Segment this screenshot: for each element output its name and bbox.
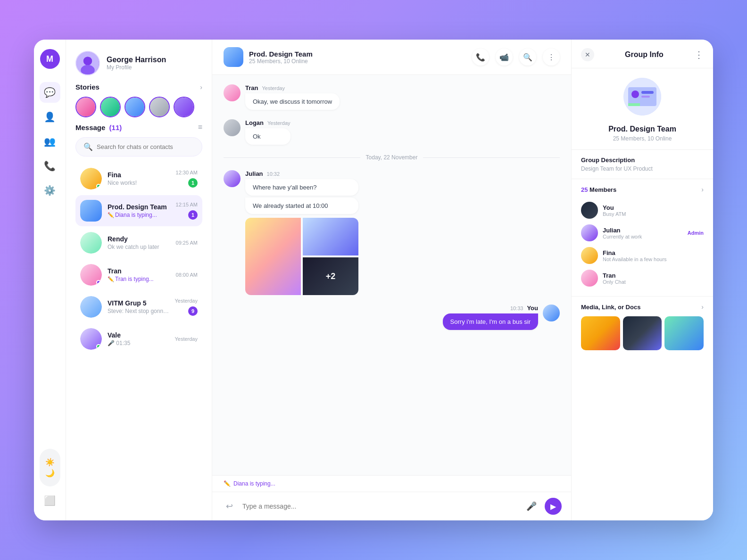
- svg-point-1: [83, 57, 92, 65]
- chat-item-vitm[interactable]: VITM Grup 5 Steve: Next stop gonna be...…: [75, 291, 202, 322]
- member-name-you: You: [603, 204, 704, 211]
- chat-item-prod-design[interactable]: Prod. Design Team ✏️Diana is typing... 1…: [75, 195, 202, 226]
- chat-header-name: Prod. Design Team: [249, 50, 466, 58]
- story-5[interactable]: [174, 97, 194, 117]
- member-you: You Busy ATM: [581, 199, 704, 222]
- chat-item-fina[interactable]: Fina Nice works! 12:30 AM 1: [75, 163, 202, 194]
- more-button[interactable]: ⋮: [543, 49, 560, 66]
- image-cell-2: [303, 218, 358, 255]
- nav-contacts[interactable]: 👤: [40, 107, 60, 127]
- nav-chat[interactable]: 💬: [40, 82, 60, 103]
- chat-item-rendy[interactable]: Rendy Ok we catch up later 09:25 AM: [75, 227, 202, 258]
- chat-preview-prod-design: ✏️Diana is typing...: [108, 212, 170, 218]
- member-info-you: You Busy ATM: [603, 204, 704, 217]
- member-fina: Fina Not Available in a few hours: [581, 244, 704, 267]
- logout-button[interactable]: ⬜: [40, 490, 60, 511]
- msg-time-you: 10:33: [510, 305, 523, 311]
- media-chevron[interactable]: ›: [701, 303, 704, 311]
- story-4[interactable]: [149, 97, 170, 117]
- group-desc-section: Group Description Design Team for UX Pro…: [572, 149, 713, 179]
- filter-icon[interactable]: ≡: [198, 123, 202, 132]
- msg-content-logan: Logan Yesterday Ok: [245, 119, 290, 145]
- typing-pencil-icon: ✏️: [224, 480, 231, 487]
- msg-time-tran: Yesterday: [262, 85, 285, 91]
- theme-toggle[interactable]: ☀️ 🌙: [40, 449, 60, 486]
- chat-time-rendy: 09:25 AM: [176, 240, 198, 246]
- stories-section: Stories ›: [66, 83, 212, 123]
- nav-calls[interactable]: 📞: [40, 156, 60, 176]
- chat-name-vale: Vale: [108, 331, 169, 339]
- more-options-icon[interactable]: ⋮: [694, 49, 704, 60]
- svg-rect-6: [641, 91, 654, 94]
- chat-avatar-tran: [80, 264, 102, 286]
- media-thumb-3[interactable]: [664, 316, 704, 350]
- svg-point-2: [81, 65, 95, 75]
- close-panel-button[interactable]: ✕: [581, 48, 594, 61]
- msg-bubble-you: Sorry i'm late, I'm on a bus sir: [443, 313, 538, 330]
- profile-avatar[interactable]: [75, 51, 100, 75]
- story-2[interactable]: [100, 97, 121, 117]
- stories-list: [75, 97, 202, 117]
- member-avatar-you: [581, 202, 598, 219]
- chat-meta-fina: 12:30 AM 1: [176, 170, 198, 188]
- chat-item-tran[interactable]: Tran ✏️Tran is typing... 08:00 AM: [75, 259, 202, 290]
- member-name-julian: Julian: [603, 227, 683, 234]
- chat-info-rendy: Rendy Ok we catch up later: [108, 235, 170, 250]
- chat-meta-tran: 08:00 AM: [176, 272, 198, 278]
- search-input[interactable]: [97, 143, 194, 150]
- image-cell-3: +2: [303, 257, 358, 295]
- left-panel: George Harrison My Profile Stories › Mes…: [66, 40, 212, 520]
- story-3[interactable]: [124, 97, 145, 117]
- media-thumb-1[interactable]: [581, 316, 620, 350]
- message-group-julian: Julian 10:32 Where have y'all been? We a…: [224, 170, 560, 295]
- chat-main: Prod. Design Team 25 Members, 10 Online …: [212, 40, 572, 520]
- mic-button[interactable]: 🎤: [524, 499, 539, 514]
- date-divider: Today, 22 November: [224, 154, 560, 161]
- profile-subtitle: My Profile: [107, 64, 166, 71]
- chat-meta-vale: Yesterday: [174, 336, 198, 342]
- chat-info-tran: Tran ✏️Tran is typing...: [108, 267, 170, 282]
- chat-input-area: ↩ 🎤 ▶: [212, 492, 571, 520]
- msg-sender-logan: Logan: [245, 119, 264, 126]
- nav-sidebar: M 💬 👤 👥 📞 ⚙️ ☀️ 🌙 ⬜: [34, 40, 66, 520]
- chat-time-prod-design: 12:15 AM: [176, 202, 198, 207]
- nav-settings[interactable]: ⚙️: [40, 180, 60, 201]
- chat-header-info: Prod. Design Team 25 Members, 10 Online: [249, 50, 466, 65]
- media-thumb-2[interactable]: [623, 316, 662, 350]
- member-name-tran: Tran: [603, 272, 704, 279]
- member-avatar-julian: [581, 224, 598, 241]
- stories-chevron[interactable]: ›: [200, 83, 202, 91]
- member-info-fina: Fina Not Available in a few hours: [603, 249, 704, 262]
- chat-preview-vale: 🎤 01:35: [108, 340, 169, 346]
- video-button[interactable]: 📹: [496, 49, 513, 66]
- message-header: Message (11) ≡: [75, 123, 202, 132]
- msg-avatar-logan: [224, 119, 241, 136]
- members-count: 25: [581, 186, 588, 193]
- chat-preview-vitm: Steve: Next stop gonna be...: [108, 308, 169, 314]
- chat-info-fina: Fina Nice works!: [108, 171, 170, 186]
- call-button[interactable]: 📞: [472, 49, 489, 66]
- chat-avatar-vitm: [80, 296, 102, 318]
- story-1[interactable]: [75, 97, 96, 117]
- search-box: 🔍: [75, 137, 202, 156]
- chat-item-vale[interactable]: Vale 🎤 01:35 Yesterday: [75, 323, 202, 354]
- chat-meta-vitm: Yesterday 9: [174, 298, 198, 316]
- date-divider-text: Today, 22 November: [366, 154, 418, 161]
- attachment-button[interactable]: ↩: [222, 499, 237, 514]
- profile-name: George Harrison: [107, 56, 166, 64]
- messages-area: Tran Yesterday Okay, we discuss it tomor…: [212, 75, 571, 475]
- nav-groups[interactable]: 👥: [40, 131, 60, 152]
- chat-avatar-vale: [80, 328, 102, 350]
- chat-preview-rendy: Ok we catch up later: [108, 244, 170, 250]
- svg-rect-8: [628, 103, 640, 106]
- message-input[interactable]: [242, 502, 518, 510]
- members-chevron[interactable]: ›: [701, 186, 704, 193]
- chat-header-avatar: [224, 47, 243, 67]
- search-chat-button[interactable]: 🔍: [519, 49, 536, 66]
- send-button[interactable]: ▶: [545, 498, 562, 515]
- msg-bubble-tran: Okay, we discuss it tomorrow: [245, 93, 340, 110]
- message-title: Message (11): [75, 124, 122, 132]
- chat-header-actions: 📞 📹 🔍 ⋮: [472, 49, 560, 66]
- chat-name-rendy: Rendy: [108, 235, 170, 243]
- msg-avatar-julian: [224, 170, 241, 187]
